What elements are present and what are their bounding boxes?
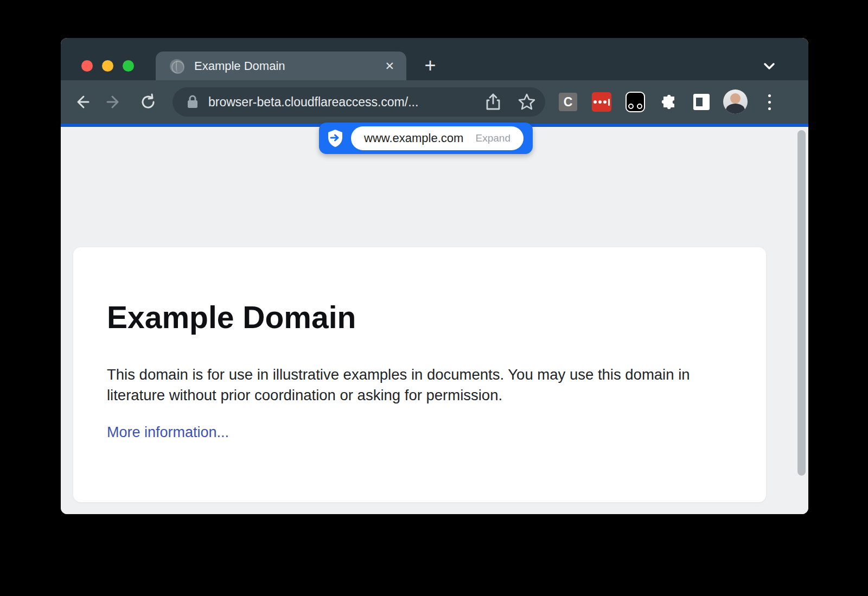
more-information-link[interactable]: More information... [107, 424, 229, 441]
toolbar: browser-beta.cloudflareaccess.com/... C [61, 80, 808, 124]
tab-title: Example Domain [194, 59, 385, 73]
share-icon[interactable] [481, 90, 505, 114]
vertical-scrollbar-thumb[interactable] [797, 130, 806, 476]
extension-lastpass-icon[interactable] [591, 92, 612, 112]
reload-button[interactable] [136, 90, 160, 114]
traffic-zoom-button[interactable] [123, 60, 134, 72]
isolated-host-text: www.example.com [364, 131, 463, 145]
menu-kebab-icon[interactable] [760, 90, 779, 114]
expand-button[interactable]: Expand [476, 132, 510, 144]
extension-c-icon[interactable]: C [558, 92, 578, 112]
profile-avatar[interactable] [723, 89, 748, 114]
url-text: browser-beta.cloudflareaccess.com/... [208, 95, 418, 110]
page-viewport: Example Domain This domain is for use in… [61, 127, 808, 514]
chevron-down-icon[interactable] [760, 56, 779, 76]
side-panel-icon[interactable] [691, 92, 712, 112]
isolated-host-pill[interactable]: www.example.com Expand [351, 126, 524, 150]
new-tab-button[interactable]: + [420, 56, 441, 76]
page-title: Example Domain [107, 299, 356, 335]
browser-window: Example Domain ✕ + [61, 38, 808, 514]
shield-arrow-icon [327, 129, 344, 148]
tab-strip: Example Domain ✕ + [61, 38, 808, 80]
extension-camera-icon[interactable] [625, 92, 646, 112]
back-button[interactable] [69, 90, 93, 114]
extension-c-label: C [564, 95, 573, 110]
page-paragraph: This domain is for use in illustrative e… [107, 364, 733, 406]
traffic-minimize-button[interactable] [102, 60, 113, 72]
content-card: Example Domain This domain is for use in… [73, 247, 766, 502]
tab-example-domain[interactable]: Example Domain ✕ [156, 52, 406, 80]
globe-favicon-icon [170, 59, 184, 73]
extensions-puzzle-icon[interactable] [659, 92, 679, 112]
tab-close-icon[interactable]: ✕ [385, 60, 394, 72]
forward-button[interactable] [103, 90, 126, 114]
bookmark-star-icon[interactable] [515, 90, 539, 114]
traffic-close-button[interactable] [81, 60, 93, 72]
lock-icon [187, 95, 199, 109]
isolation-bar: www.example.com Expand [319, 123, 533, 154]
